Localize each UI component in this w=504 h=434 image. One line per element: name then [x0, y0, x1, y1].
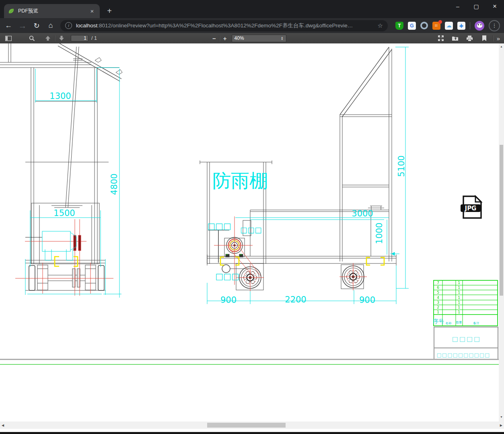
toolbar-separator [470, 22, 470, 29]
sidebar-toggle-icon[interactable] [3, 34, 14, 43]
browser-window: { "window": {"minimize":"–","maximize":"… [0, 0, 504, 434]
page-up-icon[interactable] [43, 34, 53, 43]
cloud-extension-icon[interactable]: ☁ [445, 22, 453, 30]
dim-900-left: 900 [220, 295, 237, 305]
window-bottom-edge [0, 432, 504, 434]
extensions-row: T G ∷ ☁ ⋮ [395, 20, 500, 31]
refresh-icon[interactable]: ↻ [32, 21, 41, 30]
new-tab-button[interactable]: + [104, 5, 115, 16]
zoom-out-button[interactable]: − [212, 35, 216, 42]
scroll-right-icon[interactable]: ▶ [500, 424, 502, 427]
proxy-ring-icon[interactable] [420, 22, 428, 29]
page-down-icon[interactable] [56, 34, 67, 43]
url-rest: :8012/onlinePreview?url=http%3A%2F%2Floc… [97, 23, 353, 29]
dim-1500: 1500 [53, 208, 75, 218]
dim-2200: 2200 [285, 295, 306, 304]
bookmark-icon[interactable] [479, 34, 490, 43]
svg-text:6: 6 [437, 286, 439, 290]
tab-title: PDF预览 [18, 8, 88, 14]
tampermonkey-icon[interactable]: T [395, 22, 403, 30]
svg-text:2: 2 [437, 305, 439, 309]
svg-text:1: 1 [458, 300, 460, 304]
page-number-input[interactable] [71, 35, 88, 41]
svg-text:1: 1 [458, 290, 460, 294]
print-icon[interactable] [465, 34, 475, 43]
navigation-bar: ← → ↻ ⌂ i localhost:8012/onlinePreview?u… [0, 18, 504, 33]
bird-extension-icon[interactable] [457, 22, 465, 30]
svg-text:3: 3 [437, 300, 439, 304]
forward-icon[interactable]: → [18, 21, 27, 31]
vertical-scroll-thumb[interactable] [500, 145, 503, 296]
dim-5100: 5100 [397, 155, 406, 177]
search-icon[interactable] [27, 34, 37, 43]
pdf-toolbar: / 1 − + 40% ▲▼ [0, 33, 504, 44]
scroll-down-icon[interactable]: ▼ [499, 415, 504, 418]
svg-text:4: 4 [437, 296, 439, 300]
home-icon[interactable]: ⌂ [46, 21, 55, 30]
svg-text:1: 1 [458, 286, 460, 290]
placeholder-text-3: □□□ [215, 272, 239, 281]
placeholder-text-2: □□□ [240, 225, 262, 234]
placeholder-text-1: □□□ [207, 221, 231, 231]
bookmark-star-icon[interactable]: ☆ [378, 22, 383, 29]
title-block-subtitle: □□□□ [452, 335, 481, 343]
zoom-value: 40% [235, 35, 281, 41]
svg-text:1: 1 [458, 296, 460, 300]
svg-text:JPG: JPG [465, 205, 477, 212]
tab-close-icon[interactable]: × [88, 8, 96, 15]
titlebar: PDF预览 × + – ▢ × [0, 0, 504, 18]
canopy-label: 防雨棚 [212, 170, 268, 191]
dim-1000: 1000 [374, 222, 384, 244]
more-tools-icon[interactable]: » [497, 35, 499, 42]
svg-text:1: 1 [458, 281, 460, 285]
zoom-in-button[interactable]: + [223, 35, 227, 42]
svg-text:7: 7 [437, 281, 439, 285]
svg-text:1: 1 [437, 310, 439, 314]
jpg-file-icon: JPG [461, 196, 481, 218]
title-block-footer: □□□□□□□□□□ [437, 352, 490, 358]
open-file-icon[interactable] [450, 34, 461, 43]
minimize-button[interactable]: – [448, 0, 467, 13]
dim-3000: 3000 [352, 209, 373, 218]
svg-text:1: 1 [458, 310, 460, 314]
title-block-header-name: 名称 [446, 321, 452, 325]
page-count-label: / 1 [91, 35, 97, 41]
browser-tab[interactable]: PDF预览 × [4, 4, 100, 18]
horizontal-scroll-thumb[interactable] [207, 423, 286, 428]
profile-avatar[interactable] [475, 21, 484, 31]
site-info-icon[interactable]: i [65, 22, 72, 29]
dim-4800: 4800 [109, 173, 119, 195]
presentation-mode-icon[interactable] [436, 34, 446, 43]
notification-badge [438, 20, 442, 24]
window-controls: – ▢ × [448, 0, 504, 13]
spinner-arrows-icon: ▲▼ [281, 36, 283, 40]
cad-drawing: 1300 1500 4800 5100 3000 1000 900 2200 9… [0, 43, 499, 422]
grid-extension-icon[interactable]: ∷ [432, 22, 440, 30]
dim-900-right: 900 [359, 295, 375, 305]
back-icon[interactable]: ← [4, 21, 13, 30]
url-text[interactable]: localhost:8012/onlinePreview?url=http%3A… [76, 22, 374, 29]
address-bar[interactable]: i localhost:8012/onlinePreview?url=http%… [60, 20, 388, 31]
vertical-scrollbar[interactable]: ▲ ▼ [499, 43, 504, 429]
maximize-button[interactable]: ▢ [467, 0, 485, 13]
scroll-up-icon[interactable]: ▲ [499, 45, 504, 48]
spring-leaf-icon [8, 8, 14, 14]
title-block-header-no: 序号 [433, 318, 444, 325]
zoom-select[interactable]: 40% ▲▼ [232, 35, 286, 42]
pdf-page-canvas: 1300 1500 4800 5100 3000 1000 900 2200 9… [0, 43, 499, 422]
title-block-header-remark: 备注 [473, 321, 480, 325]
dim-1300: 1300 [49, 91, 71, 101]
scroll-left-icon[interactable]: ◀ [2, 424, 4, 427]
browser-menu-icon[interactable]: ⋮ [489, 20, 500, 31]
url-host: localhost [76, 23, 97, 29]
svg-text:1: 1 [458, 305, 460, 309]
close-button[interactable]: × [485, 0, 504, 13]
title-block-header-qty: 数量 [456, 321, 463, 324]
horizontal-scrollbar[interactable]: ◀ ▶ [0, 422, 504, 429]
translate-icon[interactable]: G [408, 22, 416, 30]
svg-text:5: 5 [437, 290, 439, 294]
